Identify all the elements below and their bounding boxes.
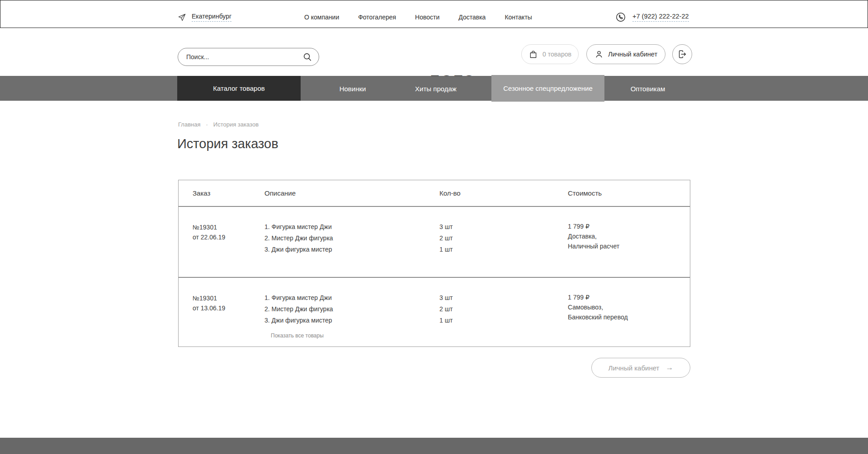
top-link-gallery[interactable]: Фотогалерея: [358, 14, 396, 21]
order-row: №19301 от 22.06.19 1. Фигурка мистер Джи…: [179, 207, 690, 278]
col-header-order: Заказ: [193, 189, 264, 197]
show-all-items-link[interactable]: Показать все товары: [271, 330, 324, 342]
order-row: №19301 от 13.06.19 1. Фигурка мистер Джи…: [179, 278, 690, 346]
order-items-cell: 1. Фигурка мистер Джи 2. Мистер Джи фигу…: [264, 278, 439, 346]
nav-tab-wholesale[interactable]: Оптовикам: [631, 84, 665, 92]
order-qty: 1 шт: [439, 244, 568, 255]
order-number: №19301: [193, 222, 264, 232]
top-link-about[interactable]: О компании: [304, 14, 339, 21]
order-items-cell: 1. Фигурка мистер Джи 2. Мистер Джи фигу…: [264, 207, 439, 277]
order-date: от 13.06.19: [193, 303, 264, 313]
main-nav: Каталог товаров Новинки Хиты продаж Сезо…: [0, 76, 868, 101]
account-link-button[interactable]: Личный кабинет →: [591, 358, 690, 378]
nav-tab-seasonal-label: Сезонное спецпредложение: [503, 84, 593, 92]
top-nav: О компании Фотогалерея Новости Доставка …: [304, 0, 532, 28]
shopping-bag-icon: [528, 50, 538, 59]
order-qty: 2 шт: [439, 304, 568, 315]
order-qty: 2 шт: [439, 233, 568, 244]
order-history-page: Екатеринбург О компании Фотогалерея Ново…: [0, 0, 868, 454]
city-selector[interactable]: Екатеринбург: [178, 0, 231, 28]
header: ЛОГО 0 товаров Личный кабинет: [0, 28, 868, 76]
phone-number[interactable]: +7 (922) 222-22-22: [632, 13, 689, 22]
breadcrumb-separator: ·: [206, 121, 208, 128]
col-header-desc: Описание: [264, 189, 439, 197]
cart-count-label: 0 товаров: [542, 51, 571, 58]
order-qty: 3 шт: [439, 292, 568, 304]
order-payment: Банковский перевод: [568, 312, 690, 322]
search-icon[interactable]: [302, 52, 312, 62]
order-qty: 1 шт: [439, 315, 568, 326]
top-link-contacts[interactable]: Контакты: [505, 14, 532, 21]
nav-tab-catalog-label: Каталог товаров: [213, 84, 265, 92]
city-label[interactable]: Екатеринбург: [192, 13, 231, 22]
order-payment: Наличный расчет: [568, 241, 690, 251]
order-number: №19301: [193, 293, 264, 303]
order-item: 2. Мистер Джи фигурка: [264, 233, 439, 244]
breadcrumb: Главная · История заказов: [178, 121, 259, 128]
order-id-cell: №19301 от 22.06.19: [193, 207, 264, 277]
account-button[interactable]: Личный кабинет: [586, 44, 665, 64]
cart-button[interactable]: 0 товаров: [521, 44, 579, 64]
paper-plane-icon: [178, 13, 186, 22]
search-input[interactable]: [186, 53, 302, 61]
footer-bar: [0, 438, 868, 454]
top-bar: Екатеринбург О компании Фотогалерея Ново…: [0, 0, 868, 28]
account-button-label: Личный кабинет: [608, 51, 657, 58]
order-item: 1. Фигурка мистер Джи: [264, 292, 439, 304]
top-link-delivery[interactable]: Доставка: [458, 14, 486, 21]
order-item: 3. Джи фигурка мистер: [264, 315, 439, 326]
order-price: 1 799 ₽: [568, 292, 690, 302]
page-title: История заказов: [177, 136, 278, 151]
nav-tab-catalog[interactable]: Каталог товаров: [177, 76, 301, 101]
orders-table: Заказ Описание Кол-во Стоимость №19301 о…: [178, 180, 690, 347]
account-link-label: Личный кабинет: [609, 364, 660, 372]
phone-block: +7 (922) 222-22-22: [615, 0, 689, 28]
order-item: 3. Джи фигурка мистер: [264, 244, 439, 255]
order-cost-cell: 1 799 ₽ Самовывоз, Банковский перевод: [568, 278, 690, 346]
logout-icon: [677, 49, 687, 59]
logout-button[interactable]: [672, 44, 692, 64]
order-delivery: Доставка,: [568, 231, 690, 241]
user-icon: [594, 50, 604, 59]
order-item: 1. Фигурка мистер Джи: [264, 221, 439, 233]
order-quantities-cell: 3 шт 2 шт 1 шт: [439, 207, 568, 277]
nav-tab-hits[interactable]: Хиты продаж: [415, 84, 457, 92]
nav-tab-seasonal[interactable]: Сезонное спецпредложение: [491, 75, 604, 102]
arrow-right-icon: →: [665, 363, 673, 372]
order-price: 1 799 ₽: [568, 221, 690, 231]
order-item: 2. Мистер Джи фигурка: [264, 304, 439, 315]
order-qty: 3 шт: [439, 221, 568, 233]
search-box: [178, 48, 319, 66]
orders-table-header: Заказ Описание Кол-во Стоимость: [179, 180, 690, 207]
col-header-price: Стоимость: [568, 189, 690, 197]
order-id-cell: №19301 от 13.06.19: [193, 278, 264, 346]
col-header-qty: Кол-во: [439, 189, 568, 197]
breadcrumb-home[interactable]: Главная: [178, 121, 200, 128]
top-link-news[interactable]: Новости: [415, 14, 439, 21]
order-delivery: Самовывоз,: [568, 302, 690, 312]
order-date: от 22.06.19: [193, 232, 264, 242]
order-quantities-cell: 3 шт 2 шт 1 шт: [439, 278, 568, 346]
nav-tab-new[interactable]: Новинки: [340, 84, 366, 92]
breadcrumb-current: История заказов: [213, 121, 259, 128]
phone-icon: [615, 12, 626, 23]
order-cost-cell: 1 799 ₽ Доставка, Наличный расчет: [568, 207, 690, 277]
